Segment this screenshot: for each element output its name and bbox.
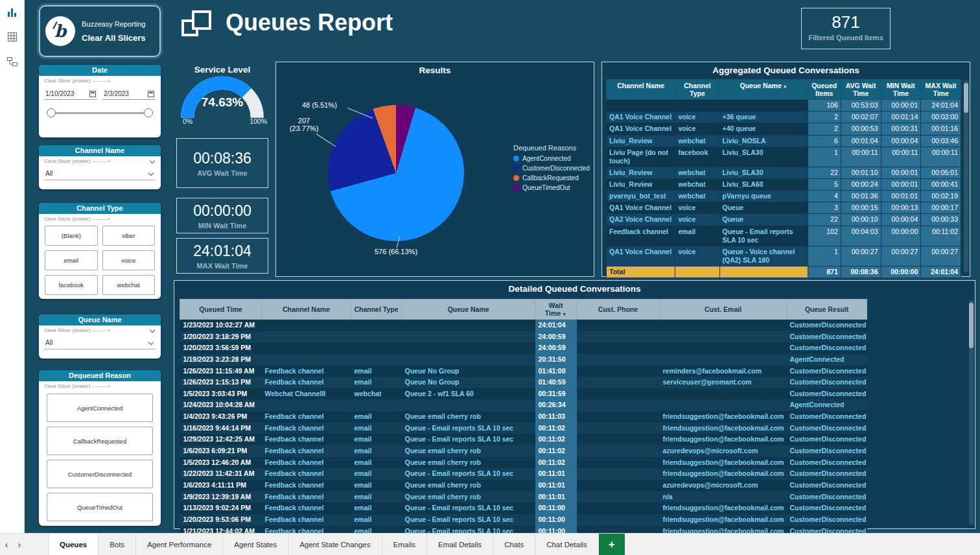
table-row[interactable]: Liviu_Review webchat Liviu_SLA60 5 00:00… [607, 179, 961, 191]
dequeued-reason-option[interactable]: CallbackRequested [47, 427, 153, 455]
column-header[interactable]: Channel Name [607, 80, 675, 100]
queue-name-dropdown[interactable]: All [44, 338, 156, 349]
table-row[interactable]: 1/6/2023 6:09:21 PM Feedback channel ema… [180, 445, 867, 457]
channel-type-option[interactable]: facebook [45, 275, 98, 295]
table-row[interactable]: 1/16/2023 9:44:14 PM Feedback channel em… [180, 423, 867, 434]
clear-all-slicers-button[interactable]: b Buzzeasy Reporting Clear All Slicers [39, 5, 161, 57]
table-row[interactable]: 1/20/2023 3:56:59 PM 24:00:59 CustomerDi… [180, 342, 867, 354]
table-row[interactable]: 1/5/2023 3:03:43 PM Webchat Channelll we… [180, 388, 867, 400]
chevron-down-icon[interactable] [150, 158, 155, 163]
page-tab[interactable]: Agent States [223, 534, 288, 555]
channel-type-option[interactable]: voice [102, 250, 156, 270]
page-tab[interactable]: Bots [99, 534, 136, 555]
table-row[interactable]: 1/26/2023 11:15:49 AM Feedback channel e… [180, 366, 867, 377]
column-header[interactable]: Queued Time [180, 300, 262, 320]
chevron-down-icon[interactable] [150, 327, 155, 332]
page-tab[interactable]: Chats [493, 534, 535, 555]
page-tab[interactable]: Email Details [427, 534, 493, 555]
column-header[interactable]: MAX Wait Time [921, 80, 961, 100]
table-row[interactable]: 1/29/2023 12:42:25 AM Feedback channel e… [180, 434, 867, 445]
calendar-icon[interactable] [148, 91, 154, 97]
model-view-icon[interactable] [0, 49, 25, 74]
table-row[interactable]: 1/22/2023 11:42:31 AM Feedback channel e… [180, 468, 867, 480]
page-tab[interactable]: Agent Performance [136, 534, 223, 555]
page-tab[interactable]: Agent State Changes [288, 534, 382, 555]
data-view-icon[interactable] [0, 25, 25, 49]
date-start-input[interactable]: 1/10/2023 [44, 89, 97, 100]
table-row[interactable]: Liviu_Review webchat Liviu_SLA30 22 00:0… [607, 167, 961, 178]
table-row[interactable]: 1/23/2023 10:02:27 AM 24:01:04 CustomerD… [180, 320, 867, 331]
scrollbar-thumb[interactable] [964, 83, 968, 113]
channel-type-option[interactable]: (Blank) [45, 226, 98, 246]
scrollbar-thumb[interactable] [969, 303, 974, 348]
legend-item[interactable]: AgentConnected [513, 155, 590, 162]
channel-type-option[interactable]: webchat [102, 275, 156, 295]
cell-queued-items: 106 [808, 100, 841, 112]
table-row[interactable]: 1/9/2023 12:39:19 AM Feedback channel em… [180, 491, 867, 503]
table-row[interactable]: pvarnyu_bot_test webchat pVarnyu queue 4… [607, 191, 961, 202]
table-row[interactable]: 1/5/2023 12:46:20 AM Feedback channel em… [180, 457, 867, 469]
cell-channel-name: Liviu_Review [607, 135, 675, 147]
column-header[interactable]: Cust. Email [660, 300, 787, 320]
column-header[interactable]: Queue Name [402, 300, 535, 320]
cell-cust-phone [577, 354, 660, 366]
table-row[interactable]: QA2 Voice Channel voice Queue 22 00:00:1… [607, 214, 961, 226]
column-header[interactable]: Wait Time▼ [535, 300, 577, 320]
next-page-icon[interactable]: › [13, 534, 26, 555]
table-row[interactable]: 1/4/2023 9:43:26 PM Feedback channel ema… [180, 411, 867, 423]
cell-queue-name [402, 399, 535, 411]
table-row[interactable]: Liviu_Review webchat Liviu_NOSLA 6 00:01… [607, 135, 961, 147]
column-header[interactable]: Channel Type [675, 80, 719, 100]
column-header[interactable]: MIN Wait Time [881, 80, 921, 100]
table-row[interactable]: 1/20/2023 3:18:29 PM 24:00:59 CustomerDi… [180, 331, 867, 343]
legend-item[interactable]: CustomerDisconnected [513, 165, 590, 172]
column-header[interactable]: Queued Items [808, 80, 841, 100]
table-row[interactable]: 1/6/2023 4:11:11 PM Feedback channel ema… [180, 480, 867, 491]
page-tab[interactable]: Emails [382, 534, 428, 555]
cell-wait-time: 24:01:04 [535, 320, 577, 331]
table-row[interactable]: QA1 Voice Channel voice Queue 3 00:00:15… [607, 202, 961, 214]
slider-handle-start[interactable] [47, 108, 56, 117]
table-row[interactable]: 1/24/2023 10:04:28 AM 00:26:34 AgentConn… [180, 399, 867, 411]
table-row[interactable]: 1/13/2023 9:02:24 PM Feedback channel em… [180, 502, 867, 514]
cell-cust-email: friendsuggestion@facebookmail.com [660, 411, 787, 423]
page-tab[interactable]: Chat Details [535, 534, 599, 555]
cell-cust-phone [577, 502, 660, 514]
date-end-input[interactable]: 2/3/2023 [102, 89, 156, 100]
channel-type-option[interactable]: email [45, 250, 98, 270]
table-row[interactable]: 1/26/2023 1:15:13 PM Feedback channel em… [180, 377, 867, 388]
table-row[interactable]: 106 00:53:03 00:00:01 24:01:04 [607, 100, 961, 112]
pie-chart[interactable] [328, 105, 464, 241]
scrollbar[interactable] [969, 300, 974, 525]
page-tab[interactable]: Queues [48, 534, 99, 555]
scrollbar[interactable] [964, 80, 968, 272]
column-header[interactable]: Queue Name▲ [719, 80, 808, 100]
column-header[interactable]: Channel Type [351, 300, 402, 320]
dequeued-reason-option[interactable]: AgentConnected [47, 394, 153, 422]
dequeued-reason-option[interactable]: CustomerDisconnected [47, 460, 153, 488]
add-page-button[interactable]: + [599, 534, 625, 555]
table-row[interactable]: QA1 Voice Channel voice +36 queue 2 00:0… [607, 112, 961, 123]
column-header[interactable]: AVG Wait Time [841, 80, 881, 100]
table-row[interactable]: QA1 Voice Channel voice Queue - Voice ch… [607, 246, 961, 266]
column-header[interactable]: Queue Result [787, 300, 867, 320]
channel-type-option[interactable]: viber [102, 226, 156, 246]
column-header[interactable]: Cust. Phone [577, 300, 660, 320]
table-row[interactable]: QA1 Voice Channel voice +40 queue 2 00:0… [607, 123, 961, 135]
report-view-icon[interactable] [0, 0, 25, 25]
legend-item[interactable]: CallbackRequested [513, 174, 590, 182]
legend-dot [513, 165, 519, 171]
table-row[interactable]: 1/20/2023 9:53:06 PM Feedback channel em… [180, 514, 867, 526]
table-row[interactable]: 1/19/2023 3:23:28 PM 20:31:50 AgentConne… [180, 354, 867, 366]
table-row[interactable]: Liviu Page (do not touch) facebook Liviu… [607, 147, 961, 167]
page-title: Queues Report [226, 9, 393, 36]
channel-name-dropdown[interactable]: All [44, 169, 156, 180]
slider-handle-end[interactable] [144, 108, 153, 117]
prev-page-icon[interactable]: ‹ [0, 534, 13, 555]
table-row[interactable]: Feedback channel email Queue - Email rep… [607, 226, 961, 246]
column-header[interactable]: Channel Name [262, 300, 351, 320]
calendar-icon[interactable] [89, 91, 96, 97]
dequeued-reason-option[interactable]: QueueTimedOut [47, 493, 153, 521]
date-range-slider[interactable] [48, 108, 152, 119]
legend-item[interactable]: QueueTimedOut [513, 184, 590, 191]
